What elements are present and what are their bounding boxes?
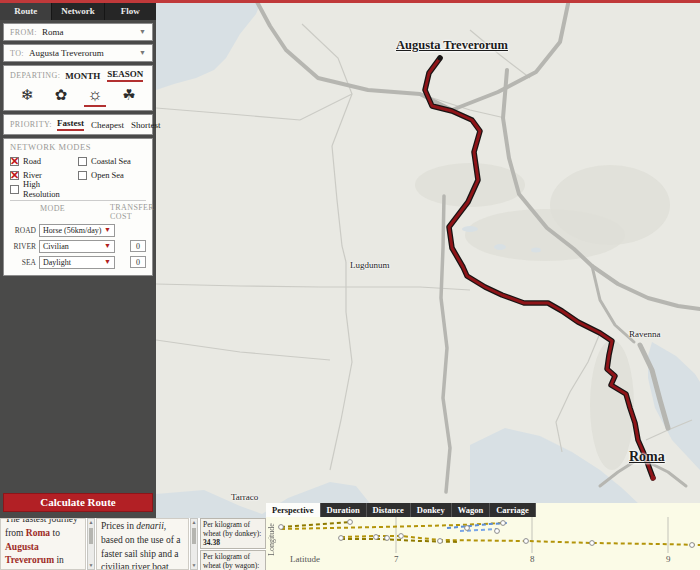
chevron-down-icon: ▼ bbox=[104, 258, 111, 266]
red-x-icon: ✕ bbox=[10, 155, 19, 168]
departing-label: DEPARTING: bbox=[10, 71, 60, 80]
transfer-cost-input[interactable]: 0 bbox=[130, 240, 146, 252]
calculate-route-button[interactable]: Calculate Route bbox=[3, 493, 153, 512]
main-tabs: Route Network Flow bbox=[0, 3, 156, 20]
mode-row-road: ROADHorse (56km/day)▼ bbox=[10, 224, 146, 237]
mode-row-label: RIVER bbox=[10, 242, 36, 251]
scroll-thumb[interactable] bbox=[192, 528, 196, 544]
scroll-down-icon[interactable]: ▼ bbox=[88, 562, 94, 569]
text-segment: Prices in bbox=[101, 521, 136, 531]
leaf-icon[interactable]: ☘ bbox=[118, 85, 140, 107]
chart-tab-duration[interactable]: Duration bbox=[321, 503, 367, 517]
to-dropdown[interactable]: TO: Augusta Treverorum ▼ bbox=[3, 44, 153, 62]
checkbox-coastal-sea[interactable]: Coastal Sea bbox=[78, 155, 146, 167]
scroll-up-icon[interactable]: ▲ bbox=[88, 519, 94, 526]
note-scrollbar[interactable]: ▲ ▼ bbox=[190, 518, 198, 570]
priority-fastest-option[interactable]: Fastest bbox=[57, 118, 84, 131]
text-segment: in bbox=[54, 555, 64, 565]
chart-tab-donkey[interactable]: Donkey bbox=[411, 503, 452, 517]
mode-row-label: ROAD bbox=[10, 226, 36, 235]
sea-mode-select[interactable]: Daylight▼ bbox=[39, 256, 115, 269]
mode-row-label: SEA bbox=[10, 258, 36, 267]
scroll-thumb[interactable] bbox=[89, 528, 93, 544]
top-accent-line bbox=[0, 0, 700, 3]
x-tick-label: 7 bbox=[394, 554, 399, 564]
chart-tab-distance[interactable]: Distance bbox=[367, 503, 411, 517]
snowflake-icon[interactable]: ❄ bbox=[16, 85, 38, 107]
chevron-down-icon: ▼ bbox=[104, 242, 111, 250]
chevron-down-icon: ▼ bbox=[139, 28, 146, 36]
x-tick-label: 8 bbox=[530, 554, 535, 564]
map-label-roma: Roma bbox=[629, 449, 665, 465]
text-segment: to bbox=[50, 528, 60, 538]
checkbox-road[interactable]: ✕Road bbox=[10, 155, 78, 167]
price-item: Per kilogram of wheat (by wagon): 42.86 bbox=[200, 550, 266, 570]
river-mode-select[interactable]: Civilian▼ bbox=[39, 240, 115, 253]
chart-tabs: PerspectiveDurationDistanceDonkeyWagonCa… bbox=[266, 503, 536, 517]
road-mode-select[interactable]: Horse (56km/day)▼ bbox=[39, 224, 115, 237]
from-label: FROM: bbox=[10, 28, 37, 37]
from-value: Roma bbox=[42, 27, 64, 37]
priority-panel: PRIORITY: Fastest Cheapest Shortest bbox=[3, 114, 153, 135]
chart-tab-wagon[interactable]: Wagon bbox=[452, 503, 491, 517]
map-label-augusta-treverorum: Augusta Treverorum bbox=[396, 38, 508, 53]
orbis-app: Augusta TreverorumRomaLugdunumRavennaTar… bbox=[0, 0, 700, 570]
checked-box-icon[interactable]: ✕ bbox=[10, 171, 19, 180]
divider bbox=[10, 200, 146, 201]
chart-tab-perspective[interactable]: Perspective bbox=[266, 503, 321, 517]
tab-route[interactable]: Route bbox=[0, 3, 52, 20]
select-value: Horse (56km/day) bbox=[43, 226, 101, 235]
departing-month-option[interactable]: MONTH bbox=[65, 71, 100, 81]
checkbox-label: Open Sea bbox=[91, 170, 124, 180]
sidebar: Route Network Flow FROM: Roma ▼ TO: Augu… bbox=[0, 3, 156, 518]
tab-network[interactable]: Network bbox=[52, 3, 104, 20]
checkbox-open-sea[interactable]: Open Sea bbox=[78, 169, 146, 181]
priority-cheapest-option[interactable]: Cheapest bbox=[91, 120, 124, 130]
checkbox-label: Coastal Sea bbox=[91, 156, 131, 166]
summary-scrollbar[interactable]: ▲ ▼ bbox=[87, 518, 95, 570]
select-value: Civilian bbox=[43, 242, 69, 251]
transfer-cost-header: TRANSFER COST bbox=[110, 204, 146, 222]
unchecked-box-icon[interactable] bbox=[78, 171, 87, 180]
flower-icon[interactable]: ✿ bbox=[50, 85, 72, 107]
select-value: Daylight bbox=[43, 258, 71, 267]
mode-row-sea: SEADaylight▼0 bbox=[10, 256, 146, 269]
transfer-cost-input[interactable]: 0 bbox=[130, 256, 146, 268]
network-modes-panel: NETWORK MODES ✕Road✕RiverHigh Resolution… bbox=[3, 138, 153, 276]
network-mode-checkboxes: ✕Road✕RiverHigh ResolutionCoastal SeaOpe… bbox=[10, 155, 146, 195]
price-label: Per kilogram of wheat (by donkey): bbox=[203, 520, 261, 538]
checked-box-icon[interactable]: ✕ bbox=[10, 157, 19, 166]
unchecked-box-icon[interactable] bbox=[10, 185, 19, 194]
priority-shortest-option[interactable]: Shortest bbox=[131, 120, 161, 130]
unchecked-box-icon[interactable] bbox=[78, 157, 87, 166]
network-modes-title: NETWORK MODES bbox=[10, 142, 146, 152]
sun-icon[interactable]: ☼ bbox=[84, 85, 106, 107]
map-label-ravenna: Ravenna bbox=[629, 329, 661, 339]
map-label-tarraco: Tarraco bbox=[231, 492, 258, 502]
prices-note: Prices in denarii, based on the use of a… bbox=[96, 518, 189, 570]
departing-panel: DEPARTING: MONTH SEASON ❄✿☼☘ bbox=[3, 65, 153, 111]
checkbox-high-resolution[interactable]: High Resolution bbox=[10, 183, 78, 195]
chevron-down-icon: ▼ bbox=[104, 226, 111, 234]
from-dropdown[interactable]: FROM: Roma ▼ bbox=[3, 23, 153, 41]
season-icons: ❄✿☼☘ bbox=[10, 85, 146, 107]
price-list: Per kilogram of wheat (by donkey): 34.38… bbox=[200, 518, 266, 570]
text-segment: Augusta Treverorum bbox=[5, 542, 54, 566]
price-label: Per kilogram of wheat (by wagon): bbox=[203, 552, 259, 570]
price-item: Per kilogram of wheat (by donkey): 34.38 bbox=[200, 518, 266, 549]
map-art bbox=[156, 3, 700, 570]
tab-flow[interactable]: Flow bbox=[105, 3, 156, 20]
chart-tab-carriage[interactable]: Carriage bbox=[490, 503, 536, 517]
red-x-icon: ✕ bbox=[10, 169, 19, 182]
to-value: Augusta Treverorum bbox=[29, 48, 104, 58]
map-canvas[interactable]: Augusta TreverorumRomaLugdunumRavennaTar… bbox=[156, 3, 700, 570]
scroll-up-icon[interactable]: ▲ bbox=[191, 519, 197, 526]
perspective-chart[interactable] bbox=[266, 517, 700, 570]
chevron-down-icon: ▼ bbox=[139, 49, 146, 57]
departing-season-option[interactable]: SEASON bbox=[107, 69, 143, 82]
checkbox-label: Road bbox=[23, 156, 41, 166]
text-segment: Roma bbox=[26, 528, 50, 538]
checkbox-label: High Resolution bbox=[23, 179, 78, 199]
scroll-down-icon[interactable]: ▼ bbox=[191, 562, 197, 569]
perspective-chart-panel: PerspectiveDurationDistanceDonkeyWagonCa… bbox=[266, 503, 700, 570]
